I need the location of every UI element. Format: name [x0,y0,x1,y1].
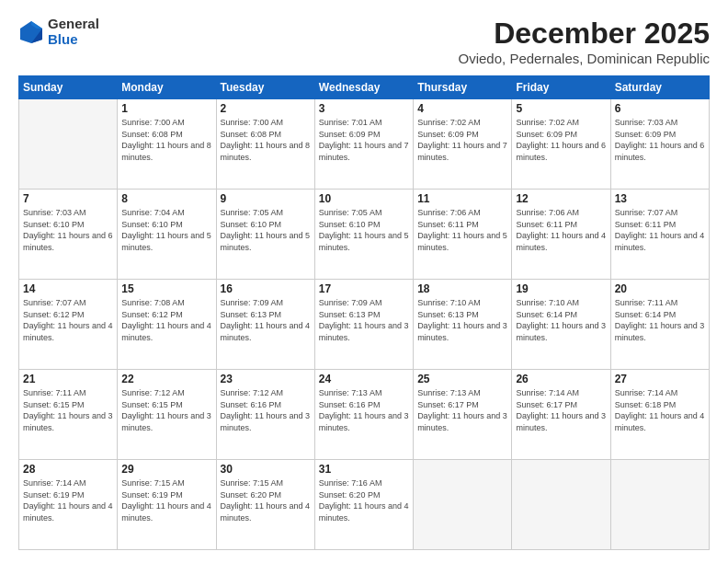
week-row-2: 14Sunrise: 7:07 AMSunset: 6:12 PMDayligh… [19,280,710,370]
calendar-cell: 9Sunrise: 7:05 AMSunset: 6:10 PMDaylight… [216,190,314,280]
weekday-header-thursday: Thursday [414,76,512,99]
calendar-cell: 7Sunrise: 7:03 AMSunset: 6:10 PMDaylight… [19,190,118,280]
calendar-cell: 26Sunrise: 7:14 AMSunset: 6:17 PMDayligh… [512,370,610,460]
day-number: 16 [221,282,311,295]
day-number: 29 [121,463,211,476]
calendar-cell: 12Sunrise: 7:06 AMSunset: 6:11 PMDayligh… [512,190,610,280]
day-detail: Sunrise: 7:14 AMSunset: 6:18 PMDaylight:… [615,387,705,433]
calendar-cell: 20Sunrise: 7:11 AMSunset: 6:14 PMDayligh… [610,280,709,370]
day-detail: Sunrise: 7:04 AMSunset: 6:10 PMDaylight:… [121,207,211,253]
calendar-title: December 2025 [459,17,710,51]
day-number: 18 [417,282,507,295]
calendar-cell: 29Sunrise: 7:15 AMSunset: 6:19 PMDayligh… [118,460,216,550]
day-detail: Sunrise: 7:10 AMSunset: 6:14 PMDaylight:… [516,297,606,343]
day-detail: Sunrise: 7:02 AMSunset: 6:09 PMDaylight:… [417,117,507,163]
weekday-header-tuesday: Tuesday [216,76,314,99]
day-number: 13 [615,192,705,205]
calendar-cell: 6Sunrise: 7:03 AMSunset: 6:09 PMDaylight… [610,99,709,190]
weekday-header-saturday: Saturday [610,76,709,99]
logo-general: General [48,17,99,32]
calendar-cell: 2Sunrise: 7:00 AMSunset: 6:08 PMDaylight… [216,99,314,190]
logo-blue: Blue [48,32,99,48]
day-number: 7 [23,192,113,205]
day-detail: Sunrise: 7:08 AMSunset: 6:12 PMDaylight:… [121,297,211,343]
calendar-cell: 19Sunrise: 7:10 AMSunset: 6:14 PMDayligh… [512,280,610,370]
weekday-header-monday: Monday [118,76,216,99]
calendar-cell: 5Sunrise: 7:02 AMSunset: 6:09 PMDaylight… [512,99,610,190]
calendar-body: 1Sunrise: 7:00 AMSunset: 6:08 PMDaylight… [19,99,710,550]
week-row-0: 1Sunrise: 7:00 AMSunset: 6:08 PMDaylight… [19,99,710,190]
day-number: 27 [615,373,705,385]
logo: General Blue [18,17,99,47]
day-number: 6 [615,102,705,115]
day-detail: Sunrise: 7:01 AMSunset: 6:09 PMDaylight:… [319,117,409,163]
day-detail: Sunrise: 7:13 AMSunset: 6:17 PMDaylight:… [417,387,507,433]
day-number: 15 [121,282,211,295]
day-detail: Sunrise: 7:12 AMSunset: 6:15 PMDaylight:… [121,387,211,433]
day-detail: Sunrise: 7:10 AMSunset: 6:13 PMDaylight:… [417,297,507,343]
day-number: 1 [121,102,211,115]
week-row-1: 7Sunrise: 7:03 AMSunset: 6:10 PMDaylight… [19,190,710,280]
calendar-cell: 31Sunrise: 7:16 AMSunset: 6:20 PMDayligh… [314,460,413,550]
calendar-cell [610,460,709,550]
calendar-cell: 30Sunrise: 7:15 AMSunset: 6:20 PMDayligh… [216,460,314,550]
calendar-cell [19,99,118,190]
day-detail: Sunrise: 7:09 AMSunset: 6:13 PMDaylight:… [221,297,311,343]
day-detail: Sunrise: 7:02 AMSunset: 6:09 PMDaylight:… [516,117,606,163]
calendar-cell: 10Sunrise: 7:05 AMSunset: 6:10 PMDayligh… [314,190,413,280]
calendar-table: SundayMondayTuesdayWednesdayThursdayFrid… [18,75,710,550]
day-detail: Sunrise: 7:05 AMSunset: 6:10 PMDaylight:… [319,207,409,253]
day-detail: Sunrise: 7:00 AMSunset: 6:08 PMDaylight:… [221,117,311,163]
day-detail: Sunrise: 7:07 AMSunset: 6:11 PMDaylight:… [615,207,705,253]
calendar-cell: 18Sunrise: 7:10 AMSunset: 6:13 PMDayligh… [414,280,512,370]
day-number: 12 [516,192,606,205]
logo-text: General Blue [48,17,99,47]
weekday-header-sunday: Sunday [19,76,118,99]
day-number: 10 [319,192,409,205]
day-number: 9 [221,192,311,205]
day-detail: Sunrise: 7:07 AMSunset: 6:12 PMDaylight:… [23,297,113,343]
calendar-cell: 16Sunrise: 7:09 AMSunset: 6:13 PMDayligh… [216,280,314,370]
calendar-cell: 24Sunrise: 7:13 AMSunset: 6:16 PMDayligh… [314,370,413,460]
calendar-cell: 4Sunrise: 7:02 AMSunset: 6:09 PMDaylight… [414,99,512,190]
day-detail: Sunrise: 7:09 AMSunset: 6:13 PMDaylight:… [319,297,409,343]
day-number: 2 [221,102,311,115]
calendar-subtitle: Oviedo, Pedernales, Dominican Republic [459,51,710,66]
logo-icon [18,19,44,45]
day-number: 21 [23,373,113,385]
day-detail: Sunrise: 7:16 AMSunset: 6:20 PMDaylight:… [319,477,409,523]
day-detail: Sunrise: 7:06 AMSunset: 6:11 PMDaylight:… [516,207,606,253]
page: General Blue December 2025 Oviedo, Peder… [0,0,728,563]
week-row-4: 28Sunrise: 7:14 AMSunset: 6:19 PMDayligh… [19,460,710,550]
calendar-cell: 1Sunrise: 7:00 AMSunset: 6:08 PMDaylight… [118,99,216,190]
day-number: 8 [121,192,211,205]
day-number: 20 [615,282,705,295]
day-detail: Sunrise: 7:14 AMSunset: 6:17 PMDaylight:… [516,387,606,433]
weekday-row: SundayMondayTuesdayWednesdayThursdayFrid… [19,76,710,99]
day-number: 23 [221,373,311,385]
calendar-cell: 17Sunrise: 7:09 AMSunset: 6:13 PMDayligh… [314,280,413,370]
day-number: 5 [516,102,606,115]
calendar-cell: 15Sunrise: 7:08 AMSunset: 6:12 PMDayligh… [118,280,216,370]
calendar-header: SundayMondayTuesdayWednesdayThursdayFrid… [19,76,710,99]
day-number: 3 [319,102,409,115]
day-detail: Sunrise: 7:03 AMSunset: 6:10 PMDaylight:… [23,207,113,253]
calendar-cell [512,460,610,550]
calendar-cell: 11Sunrise: 7:06 AMSunset: 6:11 PMDayligh… [414,190,512,280]
day-number: 17 [319,282,409,295]
day-detail: Sunrise: 7:15 AMSunset: 6:20 PMDaylight:… [221,477,311,523]
day-number: 28 [23,463,113,476]
day-number: 4 [417,102,507,115]
calendar-cell: 13Sunrise: 7:07 AMSunset: 6:11 PMDayligh… [610,190,709,280]
weekday-header-wednesday: Wednesday [314,76,413,99]
day-detail: Sunrise: 7:06 AMSunset: 6:11 PMDaylight:… [417,207,507,253]
day-number: 11 [417,192,507,205]
day-number: 25 [417,373,507,385]
day-detail: Sunrise: 7:14 AMSunset: 6:19 PMDaylight:… [23,477,113,523]
day-number: 31 [319,463,409,476]
header: General Blue December 2025 Oviedo, Peder… [18,17,710,66]
day-number: 30 [221,463,311,476]
calendar-cell [414,460,512,550]
day-detail: Sunrise: 7:13 AMSunset: 6:16 PMDaylight:… [319,387,409,433]
day-detail: Sunrise: 7:03 AMSunset: 6:09 PMDaylight:… [615,117,705,163]
